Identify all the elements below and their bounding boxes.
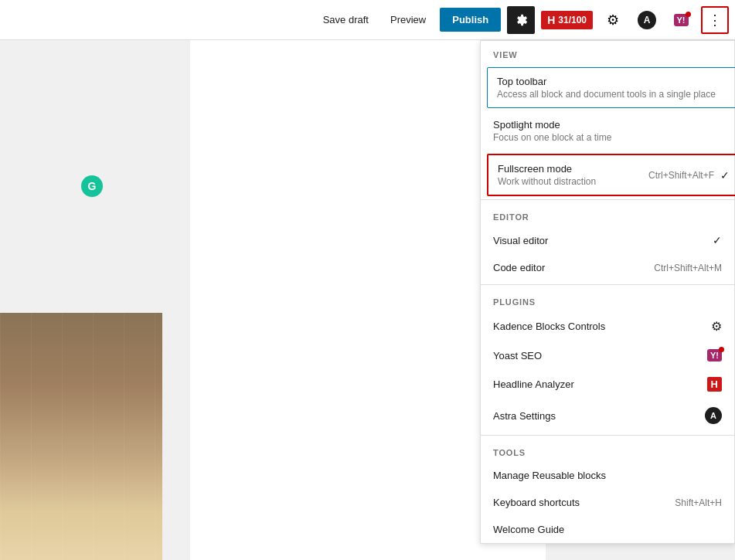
headline-analyzer-title: Headline Analyzer [493,378,574,390]
code-editor-menu-item[interactable]: Code editor Ctrl+Shift+Alt+M [481,254,734,281]
floor-image [0,313,162,560]
divider-1 [481,199,734,200]
yoast-seo-right: Y! [707,349,722,361]
headline-analyzer-right: H [707,377,722,392]
headline-analyzer-menu-item[interactable]: Headline Analyzer H [481,369,734,399]
publish-button[interactable]: Publish [440,8,501,32]
spotlight-mode-menu-item[interactable]: Spotlight mode Focus on one block at a t… [481,111,734,151]
welcome-guide-menu-item[interactable]: Welcome Guide [481,516,734,543]
yoast-seo-button[interactable]: Y! [667,6,695,34]
top-toolbar-desc: Access all block and document tools in a… [497,89,716,100]
kadence-icon: ⚙ [607,12,619,29]
floor-wood-texture [0,313,162,560]
top-toolbar-menu-item-left: Top toolbar Access all block and documen… [497,76,716,100]
fullscreen-mode-left: Fullscreen mode Work without distraction [498,163,596,187]
top-toolbar-title: Top toolbar [497,76,716,87]
yoast-seo-title: Yoast SEO [493,350,542,361]
keyboard-shortcuts-menu-item[interactable]: Keyboard shortcuts Shift+Alt+H [481,489,734,516]
fullscreen-shortcut: Ctrl+Shift+Alt+F [648,170,714,181]
keyboard-shortcuts-title: Keyboard shortcuts [493,497,580,508]
plugins-section-label: PLUGINS [481,288,734,311]
yoast-menu-icon: Y! [707,349,722,361]
astra-settings-button[interactable]: A [633,6,661,34]
yoast-seo-menu-item[interactable]: Yoast SEO Y! [481,341,734,369]
visual-editor-menu-item[interactable]: Visual editor ✓ [481,226,734,254]
headline-menu-icon: H [707,377,722,392]
more-options-icon: ⋮ [708,12,722,29]
code-editor-title: Code editor [493,262,545,273]
astra-settings-right: A [705,407,722,424]
fullscreen-mode-title: Fullscreen mode [498,163,596,175]
tools-section-label: TOOLS [481,439,734,462]
fullscreen-check: ✓ [720,169,730,182]
divider-3 [481,435,734,436]
kadence-blocks-title: Kadence Blocks Controls [493,321,605,332]
spotlight-mode-title: Spotlight mode [493,119,611,131]
view-section-label: VIEW [481,41,734,64]
kadence-blocks-menu-item[interactable]: Kadence Blocks Controls ⚙ [481,311,734,341]
headline-analyzer-button[interactable]: H 31/100 [541,11,593,29]
editor-section-label: EDITOR [481,203,734,226]
code-editor-shortcut: Ctrl+Shift+Alt+M [654,263,722,273]
settings-button[interactable] [507,6,535,34]
top-toolbar: Save draft Preview Publish H 31/100 ⚙ A … [0,0,735,40]
spotlight-mode-desc: Focus on one block at a time [493,132,611,143]
spotlight-mode-left: Spotlight mode Focus on one block at a t… [493,119,611,143]
gear-icon [515,14,527,26]
fullscreen-mode-desc: Work without distraction [498,176,596,187]
divider-2 [481,284,734,285]
kadence-menu-icon: ⚙ [711,319,722,334]
manage-reusable-menu-item[interactable]: Manage Reusable blocks [481,462,734,489]
manage-reusable-title: Manage Reusable blocks [493,470,606,481]
fullscreen-mode-menu-item[interactable]: Fullscreen mode Work without distraction… [487,154,735,196]
welcome-guide-title: Welcome Guide [493,524,564,535]
keyboard-shortcuts-right: Shift+Alt+H [675,497,722,508]
astra-settings-menu-item[interactable]: Astra Settings A [481,399,734,432]
code-editor-right: Ctrl+Shift+Alt+M [654,263,722,273]
dropdown-menu: VIEW Top toolbar Access all block and do… [480,40,735,544]
astra-icon: A [638,11,656,29]
astra-menu-icon: A [705,407,722,424]
visual-editor-title: Visual editor [493,235,548,246]
preview-button[interactable]: Preview [383,9,434,30]
visual-editor-right: ✓ [713,234,722,246]
top-toolbar-menu-item[interactable]: Top toolbar Access all block and documen… [487,67,735,108]
fullscreen-mode-right: Ctrl+Shift+Alt+F ✓ [648,169,730,182]
main-content: G VIEW Top toolbar Access all block and … [0,40,735,560]
yoast-icon: Y! [674,14,689,26]
kadence-blocks-right: ⚙ [711,319,722,334]
keyboard-shortcuts-shortcut: Shift+Alt+H [675,497,722,508]
visual-editor-check: ✓ [713,234,722,246]
kadence-blocks-button[interactable]: ⚙ [599,6,627,34]
headline-h-icon: H [547,14,555,26]
grammarly-icon[interactable]: G [81,175,103,197]
save-draft-button[interactable]: Save draft [315,9,376,30]
more-options-button[interactable]: ⋮ [701,6,729,34]
headline-score: 31/100 [558,15,587,25]
astra-settings-title: Astra Settings [493,410,556,422]
